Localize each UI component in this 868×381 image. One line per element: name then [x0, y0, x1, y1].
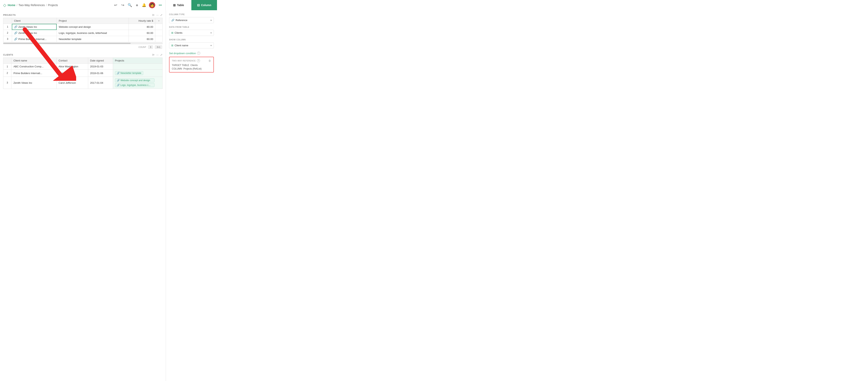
breadcrumb: ◇ Home / Two-Way References / Projects	[3, 3, 114, 7]
project-chip[interactable]: 🔗 Logo, logotype, business c...	[115, 83, 154, 87]
breadcrumb-part1[interactable]: Two-Way References	[19, 4, 45, 7]
more-options-icon[interactable]: ···	[156, 13, 159, 16]
client-name-1: Zenith Views Inc	[18, 26, 37, 28]
table-row[interactable]: 3 Zenith Views Inc Carol Jefferson 2017-…	[3, 77, 162, 89]
row-num-2: 2	[3, 30, 12, 36]
clients-contact-2[interactable]: Bob Adams	[56, 70, 88, 77]
count-label: COUNT	[138, 46, 146, 48]
projects-client-3[interactable]: 🔗 Prime Builders Internat...	[12, 36, 57, 42]
data-from-table-label: DATA FROM TABLE	[169, 26, 214, 28]
logo-icon: ◇	[3, 3, 6, 7]
redo-button[interactable]: ↪	[121, 3, 125, 7]
projects-rate-1[interactable]: 80.00	[129, 24, 155, 30]
clients-row-num-2: 2	[3, 70, 11, 77]
clients-name-header[interactable]: Client name	[11, 58, 57, 64]
projects-section: PROJECTS ⊫ ··· ⤢	[3, 13, 162, 49]
search-icon[interactable]: 🔍	[128, 3, 132, 7]
column-label: COLUMN	[172, 67, 182, 70]
clients-name-1[interactable]: ABC Construction Comp...	[11, 64, 57, 70]
table-row[interactable]: 1 🔗 Zenith Views Inc Website concept and…	[3, 24, 162, 30]
breadcrumb-sep2: /	[46, 4, 47, 7]
column-type-dropdown[interactable]: 🔗 Reference ▾	[169, 17, 214, 23]
notification-icon[interactable]: 🔔	[142, 3, 146, 7]
clients-contact-1[interactable]: Alice Washington	[56, 64, 88, 70]
table-icon-2: ⊞	[171, 44, 174, 47]
chip-text-1: Website concept and design	[121, 79, 150, 82]
column-type-value: Reference	[176, 19, 187, 22]
show-column-label: SHOW COLUMN	[169, 39, 214, 41]
clients-date-1[interactable]: 2019-01-03	[88, 64, 113, 70]
tab-column[interactable]: ⊟ Column	[191, 0, 217, 10]
set-dropdown-label: Set dropdown condition	[169, 52, 196, 55]
clients-name-2[interactable]: Prime Builders Internati...	[11, 70, 57, 77]
two-way-section-label: TWO-WAY REFERENCE	[172, 60, 196, 62]
clients-date-header[interactable]: Date signed	[88, 58, 113, 64]
clients-projects-2[interactable]: 🔗 Newsletter template	[113, 70, 162, 77]
horizontal-scrollbar[interactable]	[3, 42, 162, 44]
column-tab-label: Column	[201, 4, 211, 7]
projects-client-header[interactable]: Client	[12, 18, 57, 24]
clients-section-title: CLIENTS	[3, 54, 13, 56]
projects-project-header[interactable]: Project	[57, 18, 129, 24]
two-way-help-icon[interactable]: ?	[197, 59, 200, 62]
projects-project-2[interactable]: Logo, logotype, business cards, letterhe…	[57, 30, 129, 36]
set-dropdown-condition-link[interactable]: Set dropdown condition ?	[169, 51, 214, 55]
reference-icon: 🔗	[171, 19, 175, 22]
clients-more-icon[interactable]: ···	[156, 53, 159, 56]
breadcrumb-home[interactable]: Home	[8, 4, 16, 7]
table-row[interactable]: 2 Prime Builders Internati... Bob Adams …	[3, 70, 162, 77]
chip-link-icon: 🔗	[117, 79, 120, 82]
filter-icon[interactable]: ⊫	[152, 13, 155, 16]
projects-client-1[interactable]: 🔗 Zenith Views Inc	[12, 24, 57, 30]
link-icon-1: 🔗	[14, 25, 18, 28]
show-column-dropdown[interactable]: ⊞ Client name ▾	[169, 42, 214, 48]
clients-row-num-header	[3, 58, 11, 64]
chip-text-2: Logo, logotype, business c...	[121, 84, 151, 86]
share-icon[interactable]: ⎈	[135, 3, 139, 7]
chevron-down-icon-2: ▾	[211, 32, 212, 34]
data-from-table-dropdown[interactable]: ⊞ Clients ▾	[169, 30, 214, 36]
clients-expand-icon[interactable]: ⤢	[160, 53, 162, 56]
clients-contact-header[interactable]: Contact	[56, 58, 88, 64]
project-chip[interactable]: 🔗 Newsletter template	[115, 71, 143, 75]
projects-rate-2[interactable]: 60.00	[129, 30, 155, 36]
expand-icon[interactable]: ⤢	[160, 13, 162, 16]
table-row[interactable]: 3 🔗 Prime Builders Internat... Newslette…	[3, 36, 162, 42]
project-chip[interactable]: 🔗 Website concept and design	[115, 78, 154, 82]
clients-date-2[interactable]: 2018-01-06	[88, 70, 113, 77]
column-tab-icon: ⊟	[197, 3, 199, 7]
clients-projects-3[interactable]: 🔗 Website concept and design 🔗 Logo, log…	[113, 77, 162, 89]
link-icon-2: 🔗	[14, 31, 18, 34]
chip-link-icon: 🔗	[117, 84, 120, 86]
projects-project-3[interactable]: Newsletter template	[57, 36, 129, 42]
projects-project-1[interactable]: Website concept and design	[57, 24, 129, 30]
row-num-1: 1	[3, 24, 12, 30]
projects-rate-header[interactable]: Hourly rate $	[129, 18, 155, 24]
avatar[interactable]: 🧑	[149, 2, 155, 8]
breadcrumb-part2[interactable]: Projects	[48, 4, 58, 7]
table-row[interactable]: 1 ABC Construction Comp... Alice Washing…	[3, 64, 162, 70]
table-tab-label: Table	[177, 4, 184, 7]
target-table-label: TARGET TABLE	[172, 64, 189, 67]
export-icon[interactable]: ↦	[158, 3, 162, 7]
clients-filter-icon[interactable]: ⊫	[152, 53, 155, 56]
count-value: 3	[148, 45, 153, 49]
tab-table[interactable]: ⊞ Table	[166, 0, 191, 10]
two-way-reference-box: TWO-WAY REFERENCE ? 🗑 TARGET TABLE Clien…	[169, 57, 214, 72]
chip-link-icon: 🔗	[117, 72, 120, 74]
column-type-label: COLUMN TYPE	[169, 13, 214, 15]
projects-add-col[interactable]: +	[155, 18, 162, 24]
clients-projects-header[interactable]: Projects	[113, 58, 162, 64]
projects-client-2[interactable]: 🔗 Zenith Views Inc	[12, 30, 57, 36]
clients-projects-1[interactable]	[113, 64, 162, 70]
clients-date-3[interactable]: 2017-01-04	[88, 77, 113, 89]
undo-button[interactable]: ↩	[114, 3, 118, 7]
projects-section-title: PROJECTS	[3, 14, 16, 16]
clients-name-3[interactable]: Zenith Views Inc	[11, 77, 57, 89]
help-icon[interactable]: ?	[197, 51, 200, 55]
clients-contact-3[interactable]: Carol Jefferson	[56, 77, 88, 89]
two-way-delete-button[interactable]: 🗑	[208, 59, 211, 62]
projects-rate-3[interactable]: 60.00	[129, 36, 155, 42]
client-name-3: Prime Builders Internat...	[18, 38, 46, 41]
table-row[interactable]: 2 🔗 Zenith Views Inc Logo, logotype, bus…	[3, 30, 162, 36]
